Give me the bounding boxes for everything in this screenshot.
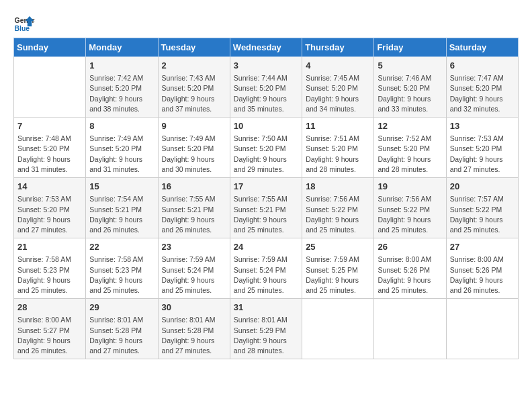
calendar-cell: 1Sunrise: 7:42 AMSunset: 5:20 PMDaylight… [86, 57, 158, 118]
day-number: 18 [306, 181, 370, 193]
calendar-cell: 25Sunrise: 7:59 AMSunset: 5:25 PMDayligh… [302, 238, 374, 299]
calendar-cell: 28Sunrise: 8:00 AMSunset: 5:27 PMDayligh… [14, 299, 86, 359]
day-number: 7 [17, 120, 82, 132]
day-number: 14 [17, 181, 82, 193]
day-number: 29 [89, 302, 154, 314]
day-number: 8 [89, 120, 154, 132]
day-number: 22 [89, 241, 154, 253]
day-number: 3 [234, 60, 298, 72]
calendar-cell: 23Sunrise: 7:59 AMSunset: 5:24 PMDayligh… [158, 238, 230, 299]
calendar-cell: 16Sunrise: 7:55 AMSunset: 5:21 PMDayligh… [158, 178, 230, 238]
calendar-cell: 12Sunrise: 7:52 AMSunset: 5:20 PMDayligh… [374, 118, 446, 178]
column-header-thursday: Thursday [302, 38, 374, 57]
day-info: Sunrise: 7:54 AMSunset: 5:21 PMDaylight:… [89, 194, 154, 235]
day-info: Sunrise: 7:48 AMSunset: 5:20 PMDaylight:… [17, 134, 82, 175]
day-number: 19 [378, 181, 442, 193]
calendar-cell: 20Sunrise: 7:57 AMSunset: 5:22 PMDayligh… [446, 178, 518, 238]
calendar-cell: 19Sunrise: 7:56 AMSunset: 5:22 PMDayligh… [374, 178, 446, 238]
day-info: Sunrise: 7:53 AMSunset: 5:20 PMDaylight:… [17, 194, 82, 235]
day-number: 12 [378, 120, 442, 132]
day-number: 6 [450, 60, 515, 72]
day-info: Sunrise: 7:58 AMSunset: 5:23 PMDaylight:… [89, 255, 154, 295]
day-info: Sunrise: 7:43 AMSunset: 5:20 PMDaylight:… [162, 73, 226, 114]
calendar-table: SundayMondayTuesdayWednesdayThursdayFrid… [13, 38, 519, 359]
day-info: Sunrise: 7:58 AMSunset: 5:23 PMDaylight:… [17, 255, 82, 295]
day-number: 24 [234, 241, 298, 253]
calendar-cell: 30Sunrise: 8:01 AMSunset: 5:28 PMDayligh… [158, 299, 230, 359]
calendar-cell: 2Sunrise: 7:43 AMSunset: 5:20 PMDaylight… [158, 57, 230, 118]
day-number: 23 [162, 241, 226, 253]
day-number: 5 [378, 60, 442, 72]
day-number: 20 [450, 181, 515, 193]
day-info: Sunrise: 7:47 AMSunset: 5:20 PMDaylight:… [450, 73, 515, 114]
page-header: General Blue [13, 13, 519, 35]
day-info: Sunrise: 7:45 AMSunset: 5:20 PMDaylight:… [306, 73, 370, 114]
day-number: 1 [89, 60, 154, 72]
day-info: Sunrise: 7:49 AMSunset: 5:20 PMDaylight:… [162, 134, 226, 175]
day-number: 11 [306, 120, 370, 132]
day-number: 31 [234, 302, 298, 314]
calendar-cell: 29Sunrise: 8:01 AMSunset: 5:28 PMDayligh… [86, 299, 158, 359]
calendar-cell: 24Sunrise: 7:59 AMSunset: 5:24 PMDayligh… [230, 238, 302, 299]
logo-icon: General Blue [13, 13, 35, 35]
calendar-cell: 14Sunrise: 7:53 AMSunset: 5:20 PMDayligh… [14, 178, 86, 238]
day-info: Sunrise: 7:50 AMSunset: 5:20 PMDaylight:… [234, 134, 298, 175]
day-number: 13 [450, 120, 515, 132]
day-number: 16 [162, 181, 226, 193]
calendar-cell: 6Sunrise: 7:47 AMSunset: 5:20 PMDaylight… [446, 57, 518, 118]
calendar-cell: 10Sunrise: 7:50 AMSunset: 5:20 PMDayligh… [230, 118, 302, 178]
day-number: 9 [162, 120, 226, 132]
day-info: Sunrise: 7:59 AMSunset: 5:25 PMDaylight:… [306, 255, 370, 295]
column-header-tuesday: Tuesday [158, 38, 230, 57]
calendar-cell: 4Sunrise: 7:45 AMSunset: 5:20 PMDaylight… [302, 57, 374, 118]
day-number: 2 [162, 60, 226, 72]
day-info: Sunrise: 8:01 AMSunset: 5:28 PMDaylight:… [89, 315, 154, 356]
day-info: Sunrise: 7:55 AMSunset: 5:21 PMDaylight:… [162, 194, 226, 235]
day-info: Sunrise: 7:59 AMSunset: 5:24 PMDaylight:… [162, 255, 226, 295]
calendar-cell: 3Sunrise: 7:44 AMSunset: 5:20 PMDaylight… [230, 57, 302, 118]
day-number: 27 [450, 241, 515, 253]
calendar-cell: 11Sunrise: 7:51 AMSunset: 5:20 PMDayligh… [302, 118, 374, 178]
day-info: Sunrise: 7:49 AMSunset: 5:20 PMDaylight:… [89, 134, 154, 175]
calendar-cell: 22Sunrise: 7:58 AMSunset: 5:23 PMDayligh… [86, 238, 158, 299]
day-number: 28 [17, 302, 82, 314]
day-info: Sunrise: 7:59 AMSunset: 5:24 PMDaylight:… [234, 255, 298, 295]
day-number: 30 [162, 302, 226, 314]
calendar-cell [14, 57, 86, 118]
calendar-cell: 26Sunrise: 8:00 AMSunset: 5:26 PMDayligh… [374, 238, 446, 299]
calendar-cell [446, 299, 518, 359]
day-number: 25 [306, 241, 370, 253]
calendar-cell: 31Sunrise: 8:01 AMSunset: 5:29 PMDayligh… [230, 299, 302, 359]
column-header-friday: Friday [374, 38, 446, 57]
column-header-wednesday: Wednesday [230, 38, 302, 57]
logo: General Blue [13, 13, 35, 35]
day-info: Sunrise: 7:56 AMSunset: 5:22 PMDaylight:… [306, 194, 370, 235]
day-number: 26 [378, 241, 442, 253]
column-header-sunday: Sunday [14, 38, 86, 57]
calendar-cell: 17Sunrise: 7:55 AMSunset: 5:21 PMDayligh… [230, 178, 302, 238]
day-info: Sunrise: 7:52 AMSunset: 5:20 PMDaylight:… [378, 134, 442, 175]
day-number: 4 [306, 60, 370, 72]
day-info: Sunrise: 7:56 AMSunset: 5:22 PMDaylight:… [378, 194, 442, 235]
day-info: Sunrise: 7:51 AMSunset: 5:20 PMDaylight:… [306, 134, 370, 175]
calendar-cell: 18Sunrise: 7:56 AMSunset: 5:22 PMDayligh… [302, 178, 374, 238]
calendar-cell: 21Sunrise: 7:58 AMSunset: 5:23 PMDayligh… [14, 238, 86, 299]
day-info: Sunrise: 7:42 AMSunset: 5:20 PMDaylight:… [89, 73, 154, 114]
day-info: Sunrise: 7:55 AMSunset: 5:21 PMDaylight:… [234, 194, 298, 235]
calendar-cell: 7Sunrise: 7:48 AMSunset: 5:20 PMDaylight… [14, 118, 86, 178]
day-info: Sunrise: 8:01 AMSunset: 5:29 PMDaylight:… [234, 315, 298, 356]
day-info: Sunrise: 8:00 AMSunset: 5:26 PMDaylight:… [378, 255, 442, 295]
calendar-cell: 27Sunrise: 8:00 AMSunset: 5:26 PMDayligh… [446, 238, 518, 299]
day-number: 21 [17, 241, 82, 253]
day-number: 10 [234, 120, 298, 132]
calendar-cell: 8Sunrise: 7:49 AMSunset: 5:20 PMDaylight… [86, 118, 158, 178]
calendar-cell: 13Sunrise: 7:53 AMSunset: 5:20 PMDayligh… [446, 118, 518, 178]
day-number: 17 [234, 181, 298, 193]
day-info: Sunrise: 8:00 AMSunset: 5:27 PMDaylight:… [17, 315, 82, 356]
day-number: 15 [89, 181, 154, 193]
day-info: Sunrise: 7:46 AMSunset: 5:20 PMDaylight:… [378, 73, 442, 114]
calendar-cell [374, 299, 446, 359]
day-info: Sunrise: 8:00 AMSunset: 5:26 PMDaylight:… [450, 255, 515, 295]
calendar-cell: 15Sunrise: 7:54 AMSunset: 5:21 PMDayligh… [86, 178, 158, 238]
day-info: Sunrise: 7:57 AMSunset: 5:22 PMDaylight:… [450, 194, 515, 235]
